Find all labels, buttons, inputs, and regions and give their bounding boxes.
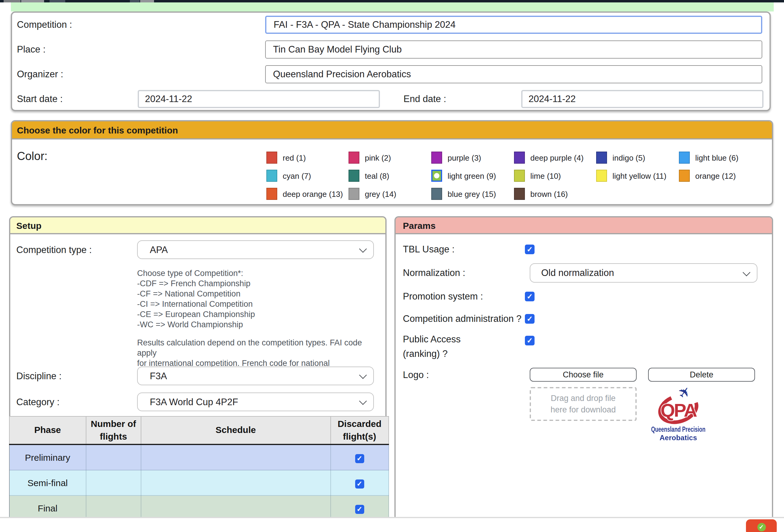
public-access-label-line1: Public Access [403,332,460,346]
confirm-button[interactable]: ✓ [746,519,777,532]
color-panel: Choose the color for this competition Co… [11,120,773,205]
color-swatch-selected[interactable] [431,170,442,182]
color-swatch-label: blue grey (15) [448,189,496,198]
discarded-checkbox[interactable]: ✓ [355,505,364,513]
color-option-grey[interactable]: grey (14) [348,188,396,200]
table-row-preliminary: Preliminary ✓ [9,444,389,470]
category-select[interactable]: F3A World Cup 4P2F [137,393,374,411]
logo-dropzone[interactable]: Drag and drop file here for download [530,387,637,421]
color-option-lime[interactable]: lime (10) [514,170,561,182]
place-input[interactable] [265,40,762,59]
header-phase: Phase [9,416,86,444]
chevron-down-icon [359,371,367,379]
color-swatch[interactable] [596,151,607,164]
competition-input[interactable] [265,16,762,34]
color-option-deep-purple[interactable]: deep purple (4) [514,151,584,164]
color-swatch[interactable] [514,170,525,182]
color-swatch[interactable] [267,170,277,182]
params-panel: Params TBL Usage : ✓ Normalization : Old… [394,216,773,517]
color-swatch[interactable] [679,170,690,182]
category-value: F3A World Cup 4P2F [150,396,238,407]
qpa-monogram: QPA [661,400,697,421]
competition-type-select[interactable]: APA [137,240,374,259]
schedule-cell[interactable] [141,470,330,496]
discarded-cell: ✓ [330,470,389,496]
end-date-input[interactable] [521,90,763,108]
discipline-label: Discipline : [16,367,62,385]
header-discarded-flights: Discarded flight(s) [330,416,389,444]
color-option-light-blue[interactable]: light blue (6) [679,151,738,164]
color-option-cyan[interactable]: cyan (7) [267,170,311,182]
discarded-checkbox[interactable]: ✓ [355,479,364,488]
color-label: Color: [17,147,48,165]
color-option-deep-orange[interactable]: deep orange (13) [267,188,343,200]
check-icon: ✓ [355,505,364,513]
competition-setup-page: Competition : Place : Organizer : Start … [0,0,784,532]
color-swatch[interactable] [348,188,359,200]
color-swatch-label: grey (14) [365,189,396,198]
help-line: Choose type of Competition*: [137,268,379,278]
color-swatch[interactable] [431,151,442,164]
check-icon: ✓ [525,314,535,324]
color-option-blue-grey[interactable]: blue grey (15) [431,188,496,200]
discipline-select[interactable]: F3A [137,367,374,385]
flights-cell[interactable] [86,470,141,496]
color-option-teal[interactable]: teal (8) [348,170,389,182]
color-swatch[interactable] [431,188,442,200]
check-icon: ✓ [759,524,764,530]
tbl-usage-checkbox[interactable]: ✓ [525,245,535,254]
discarded-checkbox[interactable]: ✓ [355,454,364,463]
start-date-input[interactable] [138,90,380,108]
plane-icon: ✈ [674,383,694,402]
color-swatch-label: light yellow (11) [613,171,667,180]
competition-label: Competition : [17,16,72,34]
color-option-light-yellow[interactable]: light yellow (11) [596,170,667,182]
color-swatch-label: red (1) [283,153,306,162]
competition-administration-checkbox[interactable]: ✓ [525,314,535,324]
color-option-red[interactable]: red (1) [267,151,306,164]
color-option-purple[interactable]: purple (3) [431,151,481,164]
browser-chrome-fragment [130,0,140,2]
color-swatch[interactable] [348,151,359,164]
footer-bar: ✓ [0,517,784,532]
dropzone-text-line2: here for download [551,404,616,416]
color-option-pink[interactable]: pink (2) [348,151,391,164]
color-swatch-label: light blue (6) [695,153,738,162]
delete-logo-button[interactable]: Delete [648,368,755,382]
color-option-orange[interactable]: orange (12) [679,170,736,182]
phase-cell: Preliminary [9,444,86,470]
color-swatch[interactable] [267,188,277,200]
color-option-light-green-selected[interactable]: light green (9) [431,170,496,182]
choose-file-button[interactable]: Choose file [530,368,637,382]
chevron-down-icon [359,397,367,404]
phases-table-header-row: Phase Number of flights Schedule Discard… [9,416,389,444]
organizer-input[interactable] [265,65,762,83]
color-swatch-label: lime (10) [530,171,561,180]
color-swatch[interactable] [596,170,607,182]
color-swatch[interactable] [514,188,525,200]
color-swatch[interactable] [267,151,277,164]
promotion-system-checkbox[interactable]: ✓ [525,292,535,301]
competition-administration-label: Competition administration ? [403,310,522,327]
flights-cell[interactable] [86,444,141,470]
browser-chrome-fragment [140,0,154,2]
color-option-indigo[interactable]: indigo (5) [596,151,645,164]
color-swatch[interactable] [348,170,359,182]
place-label: Place : [17,40,46,59]
color-swatch-label: orange (12) [695,171,736,180]
color-swatch[interactable] [679,151,690,164]
color-swatch-label: light green (9) [448,171,496,180]
normalization-select[interactable]: Old normalization [530,263,757,283]
schedule-cell[interactable] [141,444,330,470]
public-access-checkbox[interactable]: ✓ [525,336,535,345]
success-alert-bar [11,2,774,11]
setup-panel: Setup Competition type : APA Choose type… [9,216,387,517]
start-date-label: Start date : [17,90,63,108]
qpa-logo-text-line2: Aerobatics [660,433,697,442]
phase-cell: Semi-final [9,470,86,496]
color-swatch[interactable] [514,151,525,164]
color-option-brown[interactable]: brown (16) [514,188,568,200]
color-swatch-label: purple (3) [448,153,481,162]
competition-type-label: Competition type : [16,240,92,259]
competition-type-help: Choose type of Competition*: -CDF => Fre… [137,268,379,379]
